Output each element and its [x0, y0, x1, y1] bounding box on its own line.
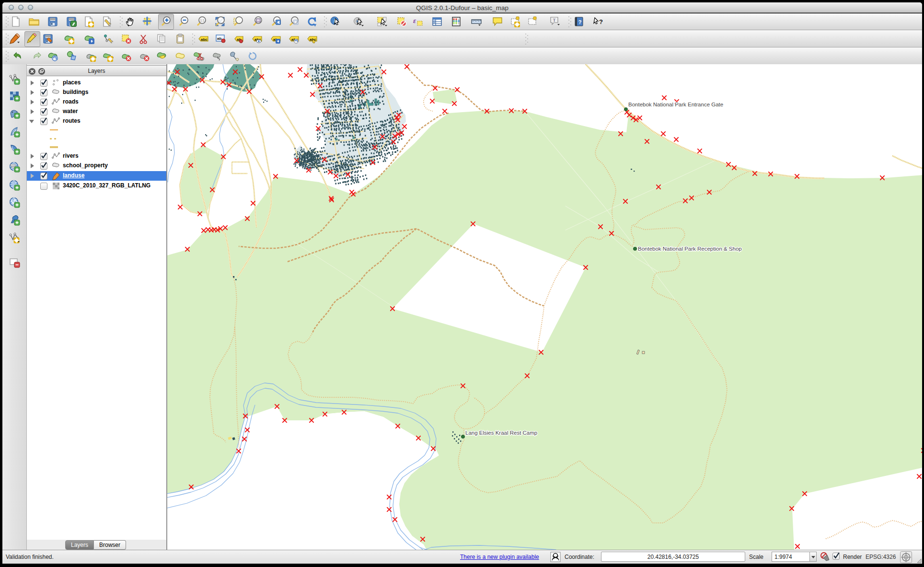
svg-text:?: ?: [578, 19, 582, 25]
svg-text:?: ?: [599, 18, 603, 25]
svg-text:ε: ε: [413, 17, 416, 24]
svg-text:Bontebok National Park Recepti: Bontebok National Park Reception & Shop: [638, 246, 742, 252]
svg-text:Lang Elsies Kraal Rest Camp: Lang Elsies Kraal Rest Camp: [465, 430, 537, 436]
svg-text:abc: abc: [201, 37, 208, 42]
svg-text:Bontebok National Park Entranc: Bontebok National Park Entrance Gate: [628, 102, 723, 107]
svg-text:ab: ab: [217, 36, 221, 41]
svg-text:1:1: 1:1: [200, 19, 204, 22]
svg-text:T: T: [553, 18, 556, 23]
